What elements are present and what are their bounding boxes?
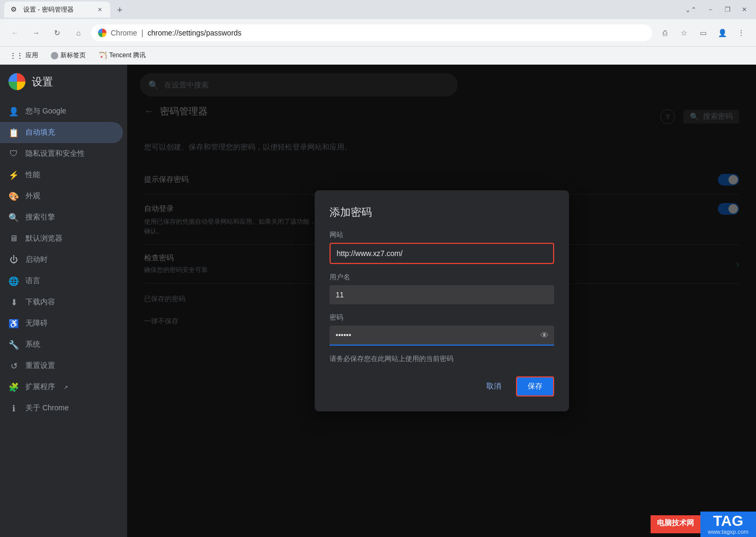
content-area: 设置 👤 您与 Google 📋 自动填充 🛡 隐私设置和安全性 ⚡ 性能 🎨 …: [0, 65, 756, 537]
external-link-icon: ↗: [64, 384, 68, 390]
modal-notice: 请务必保存您在此网站上使用的当前密码: [330, 354, 554, 364]
save-button[interactable]: 保存: [516, 376, 554, 397]
site-label: 网站: [330, 230, 554, 240]
more-menu-button[interactable]: ⋮: [733, 24, 750, 41]
palette-icon: 🎨: [8, 191, 19, 201]
download-icon: ⬇: [8, 297, 19, 307]
share-button[interactable]: ⎙: [656, 24, 673, 41]
sidebar-item-performance[interactable]: ⚡ 性能: [0, 164, 123, 186]
sidebar-label-extensions: 扩展程序: [25, 382, 55, 392]
watermark-subtext: [651, 531, 700, 533]
watermark-text: 电脑技术网: [651, 515, 700, 531]
add-password-modal: 添加密码 网站 用户名 密码 👁: [315, 190, 569, 411]
active-tab[interactable]: ⚙ 设置 - 密码管理器 ✕: [4, 2, 110, 17]
sidebar-item-accessibility[interactable]: ♿ 无障碍: [0, 313, 123, 334]
sidebar-label-performance: 性能: [25, 170, 40, 180]
sidebar-item-autofill[interactable]: 📋 自动填充: [0, 122, 123, 143]
sidebar-label-accessibility: 无障碍: [25, 319, 48, 328]
url-favicon: [98, 29, 106, 37]
sidebar-title: 设置: [32, 75, 53, 89]
reset-icon: ↺: [8, 360, 19, 371]
url-bar[interactable]: Chrome | chrome://settings/passwords: [91, 24, 652, 41]
bookmarks-bar: ⋮⋮ 应用 新标签页 🏹 Tencent 腾讯: [0, 47, 756, 65]
sidebar-item-system[interactable]: 🔧 系统: [0, 334, 123, 355]
sidebar-item-extensions[interactable]: 🧩 扩展程序 ↗: [0, 376, 123, 398]
globe-icon: 🌐: [8, 276, 19, 286]
password-input-wrap: 👁: [330, 325, 554, 346]
apps-grid-icon: ⋮⋮: [10, 51, 23, 59]
cancel-button[interactable]: 取消: [478, 376, 510, 397]
minimize-button[interactable]: −: [703, 2, 718, 17]
sidebar-item-reset[interactable]: ↺ 重置设置: [0, 355, 123, 376]
sidebar-label-autofill: 自动填充: [25, 128, 55, 137]
modal-overlay: 添加密码 网站 用户名 密码 👁: [127, 65, 756, 537]
sidebar-header: 设置: [0, 73, 127, 101]
sidebar-label-browser: 默认浏览器: [25, 234, 63, 243]
profile-button[interactable]: 👤: [714, 24, 731, 41]
split-view-button[interactable]: ▭: [695, 24, 711, 41]
close-button[interactable]: ✕: [737, 2, 752, 17]
extensions-icon: 🧩: [8, 382, 19, 392]
sidebar-item-about[interactable]: ℹ 关于 Chrome: [0, 398, 123, 419]
new-tab-label: 新标签页: [60, 51, 86, 60]
sidebar-item-language[interactable]: 🌐 语言: [0, 270, 123, 292]
site-field: 网站: [330, 230, 554, 264]
sidebar-label-system: 系统: [25, 340, 40, 349]
watermark: 电脑技术网 TAG www.tagxp.com: [651, 512, 756, 537]
forward-button[interactable]: →: [28, 24, 45, 41]
person-icon: 👤: [8, 106, 19, 117]
watermark-url: www.tagxp.com: [708, 529, 749, 535]
site-input[interactable]: [330, 243, 554, 264]
apps-label: 应用: [25, 51, 38, 60]
power-icon: ⏻: [8, 254, 19, 265]
shield-icon: 🛡: [8, 148, 19, 159]
password-input[interactable]: [330, 325, 554, 346]
accessibility-icon: ♿: [8, 318, 19, 329]
sidebar-item-google[interactable]: 👤 您与 Google: [0, 101, 123, 122]
watermark-right: TAG www.tagxp.com: [700, 512, 756, 537]
sidebar-label-language: 语言: [25, 276, 40, 286]
clipboard-icon: 📋: [8, 127, 19, 138]
username-label: 用户名: [330, 272, 554, 282]
sidebar-item-default-browser[interactable]: 🖥 默认浏览器: [0, 228, 123, 249]
sidebar-label-downloads: 下载内容: [25, 297, 55, 307]
sidebar-item-search[interactable]: 🔍 搜索引擎: [0, 207, 123, 228]
username-input[interactable]: [330, 285, 554, 304]
sidebar-label-about: 关于 Chrome: [25, 403, 69, 413]
browser-frame: ⚙ 设置 - 密码管理器 ✕ + ⌄⌃ − ❐ ✕ ← → ↻ ⌂ Chrome…: [0, 0, 756, 537]
url-brand: Chrome: [111, 29, 137, 37]
sidebar-item-appearance[interactable]: 🎨 外观: [0, 186, 123, 207]
sidebar-label-google: 您与 Google: [25, 107, 66, 116]
bookmark-button[interactable]: ☆: [675, 24, 692, 41]
sidebar-item-startup[interactable]: ⏻ 启动时: [0, 249, 123, 270]
tencent-label: Tencent 腾讯: [109, 51, 146, 60]
new-tab-button[interactable]: +: [112, 3, 127, 17]
settings-sidebar: 设置 👤 您与 Google 📋 自动填充 🛡 隐私设置和安全性 ⚡ 性能 🎨 …: [0, 65, 127, 537]
tab-title: 设置 - 密码管理器: [23, 5, 91, 14]
tab-favicon: ⚙: [11, 5, 19, 14]
tencent-icon: 🏹: [99, 51, 107, 59]
sidebar-item-downloads[interactable]: ⬇ 下载内容: [0, 292, 123, 313]
back-button[interactable]: ←: [6, 24, 23, 41]
sidebar-label-privacy: 隐私设置和安全性: [25, 149, 85, 159]
collapse-icon: ⌄⌃: [685, 6, 697, 14]
tab-bar: ⚙ 设置 - 密码管理器 ✕ +: [4, 2, 685, 17]
username-field: 用户名: [330, 272, 554, 304]
apps-bookmark[interactable]: ⋮⋮ 应用: [6, 49, 41, 62]
new-tab-bookmark[interactable]: 新标签页: [48, 49, 89, 62]
sidebar-label-search: 搜索引擎: [25, 213, 55, 222]
tencent-bookmark[interactable]: 🏹 Tencent 腾讯: [95, 49, 149, 62]
tab-close-button[interactable]: ✕: [95, 5, 104, 14]
title-bar: ⚙ 设置 - 密码管理器 ✕ + ⌄⌃ − ❐ ✕: [0, 0, 756, 19]
url-path: chrome://settings/passwords: [147, 29, 241, 37]
home-button[interactable]: ⌂: [70, 24, 87, 41]
restore-button[interactable]: ❐: [720, 2, 735, 17]
modal-title: 添加密码: [330, 205, 554, 219]
info-icon: ℹ: [8, 403, 19, 413]
password-field: 密码 👁: [330, 313, 554, 346]
settings-main: 🔍 ← 密码管理器 ? 🔍 搜索: [127, 65, 756, 537]
refresh-button[interactable]: ↻: [49, 24, 66, 41]
sidebar-item-privacy[interactable]: 🛡 隐私设置和安全性: [0, 143, 123, 164]
eye-icon[interactable]: 👁: [540, 331, 549, 340]
password-label: 密码: [330, 313, 554, 322]
